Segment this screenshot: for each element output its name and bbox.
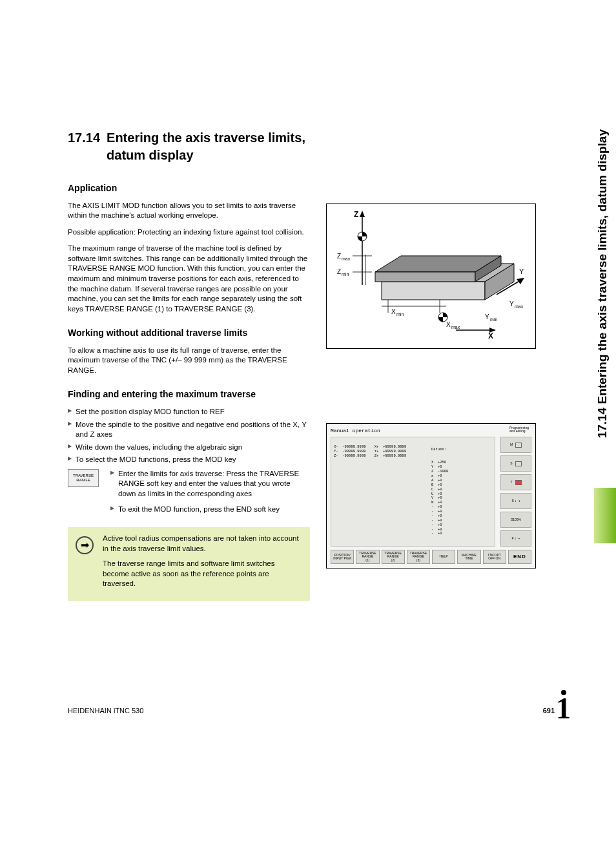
datums-values: X +250 Y +0 Z -1000 a +0 A +0 B +0 C +0 … [431,461,457,536]
svg-text:max: max [451,325,460,329]
svg-marker-10 [375,272,475,282]
softkey-traverse-1[interactable]: TRAVERSE RANGE (1) [356,550,379,564]
step-item: Set the position display MOD function to… [68,407,310,417]
heading-application: Application [68,182,310,194]
softkey-label: TRAVERSE RANGE [73,474,94,482]
svg-text:max: max [342,256,351,261]
softkey-traverse-2[interactable]: TRAVERSE RANGE (2) [382,550,405,564]
arrow-right-icon: ➡ [76,536,94,554]
svg-text:Z: Z [354,210,358,219]
softkey-tncopt[interactable]: TNCOPT OFF ON [483,550,506,564]
svg-marker-7 [382,282,485,300]
steps-list: Set the position display MOD function to… [68,407,310,465]
para-2: Possible application: Protecting an inde… [68,227,310,238]
note-para-2: The traverse range limits and software l… [103,559,302,589]
step-item: Write down the values, including the alg… [68,443,310,453]
heading-finding: Finding and entering the maximum travers… [68,388,310,401]
datums-label: Datums: [431,448,457,452]
svg-text:Z: Z [337,268,341,275]
side-button[interactable]: F ↕ − [500,530,531,547]
section-title: 17.14 Entering the axis traverse limits,… [68,129,310,164]
side-button[interactable]: S ↕ + [500,493,531,509]
svg-text:X: X [488,331,493,340]
svg-text:X: X [446,321,451,328]
section-title-text: Entering the axis traverse limits, datum… [107,129,310,164]
softkey-machine-time[interactable]: MACHINE TIME [457,550,480,564]
svg-text:min: min [490,317,497,322]
page-number: 691 [543,706,555,716]
svg-text:Y: Y [485,313,489,320]
softkey-step: To exit the MOD function, press the END … [110,505,310,515]
cnc-screen: Manual operation Programming and editing… [326,423,536,569]
page-footer: HEIDENHAIN iTNC 530 691 [68,706,555,716]
svg-text:min: min [396,312,404,317]
screen-softkey-bar: POSITION/ INPUT PGM TRAVERSE RANGE (1) T… [331,550,531,564]
svg-text:min: min [342,272,349,276]
para-1: The AXIS LIMIT MOD function allows you t… [68,201,310,221]
note-para-1: Active tool radius compensations are not… [103,534,302,554]
note-box: ➡ Active tool radius compensations are n… [68,527,310,601]
softkey-traverse-3[interactable]: TRAVERSE RANGE (3) [407,550,430,564]
side-button[interactable]: S [500,455,531,472]
svg-text:Y: Y [509,300,514,308]
para-4: To allow a machine axis to use its full … [68,346,310,376]
para-3: The maximum range of traverse of the mac… [68,244,310,314]
svg-marker-1 [360,211,365,217]
screen-side-buttons: M S T S ↕ + S100% F ↕ − [500,437,531,547]
side-button[interactable]: M [500,437,531,453]
screen-mode: Programming and editing [509,426,529,433]
step-item: Move the spindle to the positive and neg… [68,420,310,440]
heading-working: Working without additional traverse limi… [68,327,310,339]
svg-marker-5 [517,278,524,284]
step-item: To select the MOD functions, press the M… [68,455,310,465]
svg-text:X: X [391,308,396,315]
svg-text:Y: Y [519,267,524,275]
coords-readout: X- -99999.9999 X+ +99999.9999 Y- -99999.… [334,444,406,458]
softkey-end[interactable]: END [508,550,531,564]
svg-text:max: max [515,304,524,309]
traverse-range-softkey: TRAVERSE RANGE [68,469,99,487]
info-icon: 1 [556,689,571,729]
screen-main: X- -99999.9999 X+ +99999.9999 Y- -99999.… [331,437,495,547]
side-section-title: 17.14 Entering the axis traverse limits,… [594,129,611,543]
screen-title: Manual operation [331,428,380,435]
softkey-step: Enter the limits for axis traverse: Pres… [110,469,310,499]
side-button[interactable]: T [500,474,531,490]
svg-text:Z: Z [337,253,341,260]
footer-product: HEIDENHAIN iTNC 530 [68,706,143,716]
side-button[interactable]: S100% [500,512,531,528]
section-number: 17.14 [68,129,100,164]
softkey-position[interactable]: POSITION/ INPUT PGM [331,550,354,564]
axis-diagram: Z X Y Zmax Zmin Xmin Xmax Ymin Ymax [326,203,536,349]
softkey-help[interactable]: HELP [432,550,455,564]
